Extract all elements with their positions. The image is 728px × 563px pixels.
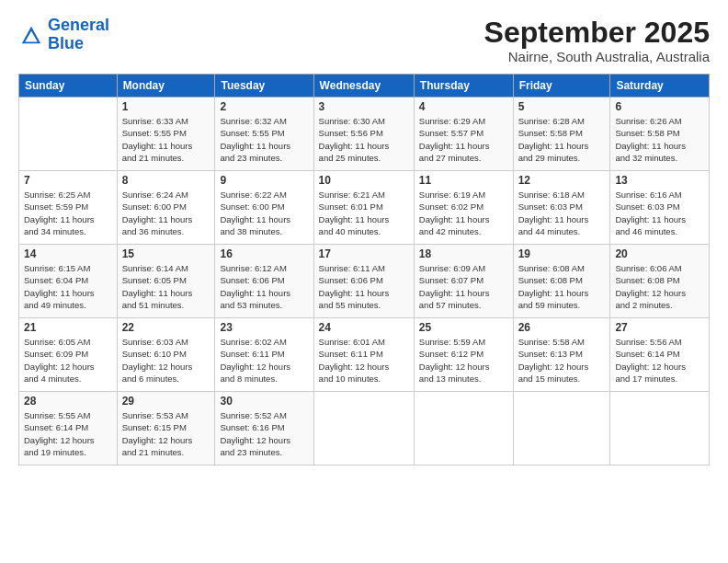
calendar-cell: 25Sunrise: 5:59 AM Sunset: 6:12 PM Dayli… [414,318,513,392]
calendar-cell: 11Sunrise: 6:19 AM Sunset: 6:02 PM Dayli… [414,171,513,245]
col-header-tuesday: Tuesday [215,75,313,98]
cell-info: Sunrise: 6:01 AM Sunset: 6:11 PM Dayligh… [319,336,409,385]
location-subtitle: Nairne, South Australia, Australia [484,49,710,64]
week-row-5: 28Sunrise: 5:55 AM Sunset: 6:14 PM Dayli… [19,392,710,465]
header-row: SundayMondayTuesdayWednesdayThursdayFrid… [19,75,710,98]
day-number: 13 [615,174,704,187]
logo-blue-word: Blue [48,34,84,52]
cell-info: Sunrise: 6:22 AM Sunset: 6:00 PM Dayligh… [220,189,308,237]
col-header-saturday: Saturday [610,75,710,98]
day-number: 29 [122,395,210,408]
calendar-cell: 21Sunrise: 6:05 AM Sunset: 6:09 PM Dayli… [19,318,118,392]
cell-info: Sunrise: 6:11 AM Sunset: 6:06 PM Dayligh… [319,262,409,311]
calendar-cell: 1Sunrise: 6:33 AM Sunset: 5:55 PM Daylig… [117,98,215,171]
calendar-cell: 27Sunrise: 5:56 AM Sunset: 6:14 PM Dayli… [610,318,710,392]
day-number: 23 [220,321,308,334]
calendar-cell [513,392,610,465]
cell-info: Sunrise: 6:08 AM Sunset: 6:08 PM Dayligh… [518,262,606,311]
cell-info: Sunrise: 5:58 AM Sunset: 6:13 PM Dayligh… [518,336,606,385]
cell-info: Sunrise: 5:55 AM Sunset: 6:14 PM Dayligh… [24,409,112,458]
day-number: 7 [24,174,112,187]
calendar-cell: 4Sunrise: 6:29 AM Sunset: 5:57 PM Daylig… [414,98,513,171]
day-number: 28 [24,395,112,408]
calendar-cell: 14Sunrise: 6:15 AM Sunset: 6:04 PM Dayli… [19,245,118,318]
cell-info: Sunrise: 6:14 AM Sunset: 6:05 PM Dayligh… [122,262,210,311]
week-row-2: 7Sunrise: 6:25 AM Sunset: 5:59 PM Daylig… [19,171,710,245]
calendar-cell: 9Sunrise: 6:22 AM Sunset: 6:00 PM Daylig… [215,171,313,245]
calendar-cell [313,392,414,465]
calendar-cell: 18Sunrise: 6:09 AM Sunset: 6:07 PM Dayli… [414,245,513,318]
calendar-cell: 10Sunrise: 6:21 AM Sunset: 6:01 PM Dayli… [313,171,414,245]
calendar-cell: 7Sunrise: 6:25 AM Sunset: 5:59 PM Daylig… [19,171,118,245]
day-number: 22 [122,321,210,334]
cell-info: Sunrise: 6:02 AM Sunset: 6:11 PM Dayligh… [220,336,308,385]
logo-icon [20,25,42,45]
week-row-4: 21Sunrise: 6:05 AM Sunset: 6:09 PM Dayli… [19,318,710,392]
month-title: September 2025 [484,17,710,49]
day-number: 5 [518,100,606,113]
calendar-cell: 20Sunrise: 6:06 AM Sunset: 6:08 PM Dayli… [610,245,710,318]
cell-info: Sunrise: 5:52 AM Sunset: 6:16 PM Dayligh… [220,409,308,458]
cell-info: Sunrise: 6:28 AM Sunset: 5:58 PM Dayligh… [518,115,606,164]
col-header-thursday: Thursday [414,75,513,98]
logo-general: General [48,16,109,34]
cell-info: Sunrise: 6:12 AM Sunset: 6:06 PM Dayligh… [220,262,308,311]
calendar-cell [19,98,118,171]
cell-info: Sunrise: 6:15 AM Sunset: 6:04 PM Dayligh… [24,262,112,311]
day-number: 8 [122,174,210,187]
day-number: 20 [615,247,704,260]
calendar-cell: 24Sunrise: 6:01 AM Sunset: 6:11 PM Dayli… [313,318,414,392]
calendar-cell: 22Sunrise: 6:03 AM Sunset: 6:10 PM Dayli… [117,318,215,392]
cell-info: Sunrise: 5:56 AM Sunset: 6:14 PM Dayligh… [615,336,704,385]
cell-info: Sunrise: 5:53 AM Sunset: 6:15 PM Dayligh… [122,409,210,458]
logo-text: General Blue [48,17,109,53]
col-header-monday: Monday [117,75,215,98]
day-number: 30 [220,395,308,408]
calendar-cell [414,392,513,465]
day-number: 18 [419,247,508,260]
day-number: 25 [419,321,508,334]
calendar-cell: 23Sunrise: 6:02 AM Sunset: 6:11 PM Dayli… [215,318,313,392]
calendar-cell: 15Sunrise: 6:14 AM Sunset: 6:05 PM Dayli… [117,245,215,318]
day-number: 26 [518,321,606,334]
day-number: 24 [319,321,409,334]
col-header-sunday: Sunday [19,75,118,98]
page: General Blue September 2025 Nairne, Sout… [0,0,728,563]
day-number: 16 [220,247,308,260]
day-number: 6 [615,100,704,113]
week-row-3: 14Sunrise: 6:15 AM Sunset: 6:04 PM Dayli… [19,245,710,318]
day-number: 15 [122,247,210,260]
cell-info: Sunrise: 6:25 AM Sunset: 5:59 PM Dayligh… [24,189,112,237]
calendar-table: SundayMondayTuesdayWednesdayThursdayFrid… [18,74,710,465]
calendar-cell [610,392,710,465]
day-number: 9 [220,174,308,187]
calendar-cell: 8Sunrise: 6:24 AM Sunset: 6:00 PM Daylig… [117,171,215,245]
cell-info: Sunrise: 5:59 AM Sunset: 6:12 PM Dayligh… [419,336,508,385]
col-header-friday: Friday [513,75,610,98]
day-number: 4 [419,100,508,113]
day-number: 10 [319,174,409,187]
cell-info: Sunrise: 6:06 AM Sunset: 6:08 PM Dayligh… [615,262,704,311]
calendar-cell: 17Sunrise: 6:11 AM Sunset: 6:06 PM Dayli… [313,245,414,318]
cell-info: Sunrise: 6:03 AM Sunset: 6:10 PM Dayligh… [122,336,210,385]
cell-info: Sunrise: 6:09 AM Sunset: 6:07 PM Dayligh… [419,262,508,311]
day-number: 1 [122,100,210,113]
calendar-cell: 5Sunrise: 6:28 AM Sunset: 5:58 PM Daylig… [513,98,610,171]
cell-info: Sunrise: 6:16 AM Sunset: 6:03 PM Dayligh… [615,189,704,237]
calendar-cell: 30Sunrise: 5:52 AM Sunset: 6:16 PM Dayli… [215,392,313,465]
cell-info: Sunrise: 6:30 AM Sunset: 5:56 PM Dayligh… [319,115,409,164]
day-number: 2 [220,100,308,113]
calendar-cell: 6Sunrise: 6:26 AM Sunset: 5:58 PM Daylig… [610,98,710,171]
calendar-cell: 13Sunrise: 6:16 AM Sunset: 6:03 PM Dayli… [610,171,710,245]
day-number: 12 [518,174,606,187]
day-number: 21 [24,321,112,334]
col-header-wednesday: Wednesday [313,75,414,98]
calendar-cell: 16Sunrise: 6:12 AM Sunset: 6:06 PM Dayli… [215,245,313,318]
day-number: 19 [518,247,606,260]
cell-info: Sunrise: 6:19 AM Sunset: 6:02 PM Dayligh… [419,189,508,237]
cell-info: Sunrise: 6:18 AM Sunset: 6:03 PM Dayligh… [518,189,606,237]
calendar-cell: 2Sunrise: 6:32 AM Sunset: 5:55 PM Daylig… [215,98,313,171]
day-number: 11 [419,174,508,187]
calendar-cell: 19Sunrise: 6:08 AM Sunset: 6:08 PM Dayli… [513,245,610,318]
cell-info: Sunrise: 6:24 AM Sunset: 6:00 PM Dayligh… [122,189,210,237]
